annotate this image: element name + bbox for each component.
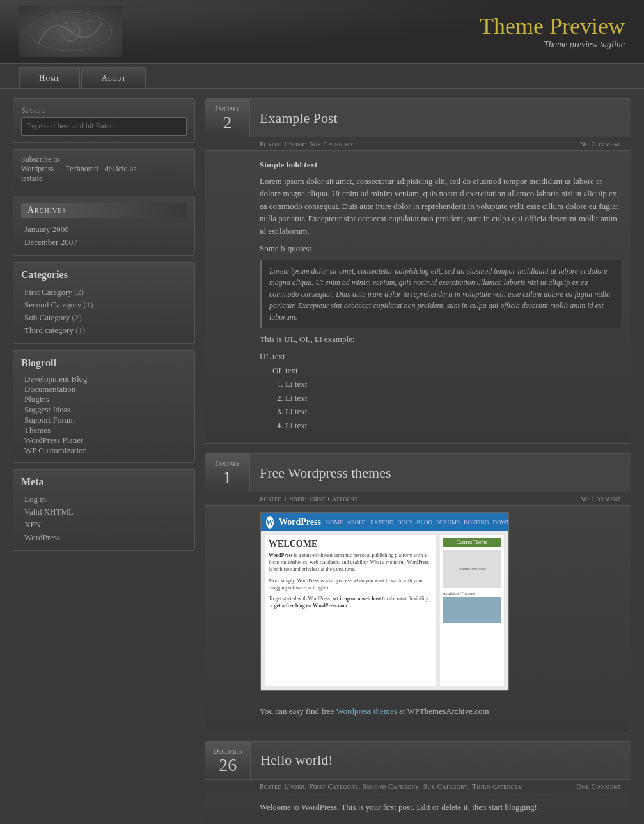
wp-available-themes: Available Themes <box>443 591 501 596</box>
list-item: Plugins <box>24 394 184 405</box>
wp-screenshot: W WordPress HOME ABOUT EXTEND DOCS BLOG … <box>260 512 509 691</box>
post-comments: No Comment <box>580 495 621 502</box>
meta-title: Meta <box>21 476 187 488</box>
site-title: Theme Preview <box>480 13 625 40</box>
post-body-wp: You can easy find free Wordpress themes … <box>205 697 631 731</box>
list-item: Log in <box>24 493 184 506</box>
post-paragraph: You can easy find free Wordpress themes … <box>260 705 621 718</box>
blogroll-docs[interactable]: Documentation <box>24 384 75 394</box>
post-meta-bar: Posted Under: Sub Category No Comment <box>205 137 631 151</box>
list-item: January 2008 <box>24 223 184 236</box>
blogroll-themes[interactable]: Themes <box>24 425 51 435</box>
post-hello-world: December 26 Hello world! Posted Under: F… <box>205 741 631 825</box>
blogroll-suggest[interactable]: Suggest Ideas <box>24 405 70 414</box>
nav-home[interactable]: Home <box>19 67 80 88</box>
blogroll-wp-custom[interactable]: WP Customization <box>24 446 87 455</box>
subscribe-link[interactable]: Subscribe toWordpresstestsite <box>21 155 59 183</box>
blogroll-list: Development Blog Documentation Plugins S… <box>21 374 187 456</box>
search-widget: Search: <box>13 98 195 143</box>
post-day: 26 <box>219 756 237 774</box>
list-item: Li text <box>285 392 621 405</box>
wp-themes-link[interactable]: Wordpress themes <box>336 706 397 716</box>
post-meta-bar: Posted Under: First Category No Comment <box>205 492 631 506</box>
wp-nav-small: HOME ABOUT EXTEND DOCS BLOG FORUMS HOSTI… <box>326 519 509 525</box>
search-label: Search: <box>21 105 187 115</box>
list-item: WordPress <box>24 531 184 544</box>
bquote-label: Some b-quotes: <box>260 242 621 255</box>
archive-dec-link[interactable]: December 2007 <box>24 237 77 247</box>
wp-logo-small: W <box>266 516 274 529</box>
blogroll-widget: Blogroll Development Blog Documentation … <box>13 350 195 463</box>
cat-sub-link[interactable]: Sub Category <box>24 313 70 322</box>
blogroll-wp-planet[interactable]: WordPress Planet <box>24 435 83 445</box>
cat-sub-count: (2) <box>72 313 81 322</box>
cat-first-link[interactable]: First Category <box>24 287 72 297</box>
post-day: 1 <box>223 469 232 486</box>
post-category: Posted Under: First Category, Second Cat… <box>260 782 522 790</box>
wp-nav-docs: DOCS <box>397 519 412 525</box>
post-title-area: Example Post <box>250 99 631 137</box>
categories-list: First Category (2) Second Category (1) S… <box>21 286 187 337</box>
list-item: XFN <box>24 518 184 531</box>
cat-first-count: (2) <box>74 287 84 297</box>
meta-wordpress[interactable]: WordPress <box>24 532 60 542</box>
links-widget: Subscribe toWordpresstestsite Technorati… <box>13 149 195 189</box>
list-item: Support Forum <box>24 415 184 425</box>
list-item: Valid XHTML <box>24 506 184 518</box>
nav-about[interactable]: About <box>81 67 146 88</box>
categories-widget: Categories First Category (2) Second Cat… <box>13 262 195 344</box>
post-title: Hello world! <box>260 752 333 768</box>
site-tagline: Theme preview tagline <box>480 40 625 50</box>
post-day: 2 <box>223 114 232 132</box>
wp-right-panel: Current Theme Theme Preview Available Th… <box>440 535 504 686</box>
cat-second-count: (1) <box>83 300 93 309</box>
list-item: UL text <box>260 350 621 363</box>
list-item: December 2007 <box>24 236 184 249</box>
post-body: Simple bold text Lorem ipsum dolor sit a… <box>205 151 631 443</box>
post-title: Example Post <box>260 110 338 127</box>
post-date: January 1 <box>205 454 250 492</box>
post-date: January 2 <box>205 99 250 137</box>
wp-description-2: More simply, WordPress is what you use w… <box>269 577 432 591</box>
blogroll-devblog[interactable]: Development Blog <box>24 374 88 384</box>
archives-title: Archives <box>21 203 187 218</box>
post-comments: One Comment <box>576 782 621 790</box>
post-body-hello: Welcome to WordPress. This is your first… <box>205 793 631 825</box>
post-title: Free Wordpress themes <box>260 465 391 481</box>
delicious-link[interactable]: del.icio.us <box>105 164 136 174</box>
wp-welcome: WELCOME <box>269 539 432 549</box>
wp-nav-hosting: HOSTING <box>464 519 489 525</box>
technorati-link[interactable]: Technorati <box>66 164 98 174</box>
meta-login[interactable]: Log in <box>24 494 46 504</box>
list-item: Li text <box>285 419 621 432</box>
meta-xhtml[interactable]: Valid XHTML <box>24 507 74 517</box>
list-item: Development Blog <box>24 374 184 384</box>
categories-title: Categories <box>21 269 187 281</box>
search-input[interactable] <box>21 117 187 136</box>
post-wp-themes: January 1 Free Wordpress themes Posted U… <box>205 453 631 731</box>
archives-list: January 2008 December 2007 <box>21 223 187 249</box>
blogroll-plugins[interactable]: Plugins <box>24 394 49 404</box>
ul-label: This is UL, OL, Li example: <box>260 333 621 346</box>
post-meta-bar: Posted Under: First Category, Second Cat… <box>205 780 631 793</box>
cat-second-link[interactable]: Second Category <box>24 300 81 309</box>
sidebar: Search: Subscribe toWordpresstestsite Te… <box>13 98 195 824</box>
archive-jan-link[interactable]: January 2008 <box>24 224 69 234</box>
list-item: Sub Category (2) <box>24 311 184 324</box>
wp-nav-download: DOWNLOAD <box>492 519 509 525</box>
post-bold-text: Simple bold text <box>260 159 621 171</box>
wp-nav-blog: BLOG <box>416 519 432 525</box>
post-paragraph: Lorem ipsum dolor sit amet, consectetur … <box>260 175 621 238</box>
meta-xfn[interactable]: XFN <box>24 520 41 529</box>
main-navigation: Home About <box>0 64 644 89</box>
wp-content-area: WELCOME WordPress is a state-of-the-art … <box>261 531 508 690</box>
wp-theme-preview: Theme Preview <box>443 550 501 588</box>
post-header: December 26 Hello world! <box>205 742 631 780</box>
blogroll-support[interactable]: Support Forum <box>24 415 75 424</box>
wp-current-theme: Current Theme <box>443 538 501 547</box>
wp-left-panel: WELCOME WordPress is a state-of-the-art … <box>265 535 436 686</box>
main-wrapper: Search: Subscribe toWordpresstestsite Te… <box>0 89 644 824</box>
cat-third-link[interactable]: Third category <box>24 325 74 335</box>
wp-nav-about: ABOUT <box>347 519 366 525</box>
list-item: Li text <box>285 378 621 391</box>
